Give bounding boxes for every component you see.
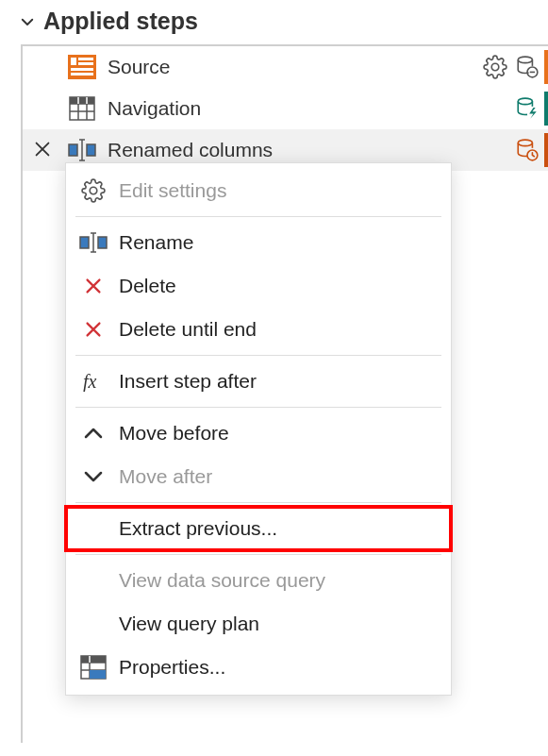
menu-label: Delete	[119, 275, 176, 297]
menu-properties[interactable]: Properties...	[66, 646, 451, 689]
svg-point-21	[518, 140, 532, 146]
db-clock-icon[interactable]	[514, 137, 540, 163]
applied-steps-header[interactable]: Applied steps	[0, 0, 548, 44]
menu-label: Delete until end	[119, 318, 257, 341]
rename-columns-icon	[68, 136, 96, 164]
step-label: Renamed columns	[108, 139, 514, 161]
chevron-down-icon	[75, 462, 111, 491]
blank-icon	[75, 566, 111, 595]
menu-move-before[interactable]: Move before	[66, 412, 451, 455]
status-indicator	[544, 50, 548, 84]
menu-label: View data source query	[119, 569, 325, 592]
menu-insert-step-after[interactable]: fx Insert step after	[66, 360, 451, 403]
svg-rect-14	[70, 97, 94, 104]
gear-icon[interactable]	[482, 54, 508, 80]
menu-view-data-source-query: View data source query	[66, 559, 451, 602]
rename-icon	[75, 228, 111, 257]
chevron-up-icon	[75, 419, 111, 447]
properties-icon	[75, 653, 111, 681]
step-actions	[514, 95, 548, 122]
delete-icon	[75, 272, 111, 300]
menu-view-query-plan[interactable]: View query plan	[66, 602, 451, 646]
svg-rect-31	[81, 656, 106, 663]
source-icon	[68, 53, 96, 81]
svg-rect-5	[71, 73, 93, 76]
table-icon	[68, 94, 96, 123]
svg-rect-24	[98, 237, 107, 248]
svg-rect-32	[90, 670, 106, 679]
svg-point-6	[518, 57, 532, 62]
menu-edit-settings: Edit settings	[66, 169, 451, 212]
menu-separator	[75, 355, 441, 356]
svg-text:fx: fx	[83, 371, 97, 392]
step-actions	[514, 137, 548, 163]
svg-rect-19	[87, 144, 95, 156]
menu-delete-until-end[interactable]: Delete until end	[66, 308, 451, 351]
panel-title: Applied steps	[43, 8, 198, 35]
menu-label: Extract previous...	[119, 517, 277, 540]
menu-separator	[75, 554, 441, 555]
menu-separator	[75, 502, 441, 503]
menu-separator	[75, 407, 441, 408]
chevron-down-icon	[19, 13, 36, 30]
menu-label: Insert step after	[119, 370, 257, 393]
step-row-navigation[interactable]: Navigation	[23, 88, 548, 129]
menu-delete[interactable]: Delete	[66, 264, 451, 308]
fx-icon: fx	[75, 367, 111, 395]
menu-label: Move before	[119, 422, 229, 445]
context-menu: Edit settings Rename Delete Delete until…	[65, 162, 452, 696]
svg-rect-23	[80, 237, 89, 248]
step-row-source[interactable]: Source	[23, 46, 548, 88]
blank-icon	[75, 514, 111, 543]
menu-label: View query plan	[119, 613, 259, 635]
gear-icon	[75, 176, 111, 205]
svg-point-17	[518, 98, 532, 105]
menu-move-after: Move after	[66, 455, 451, 498]
svg-rect-3	[78, 62, 93, 65]
svg-rect-4	[71, 68, 93, 71]
menu-extract-previous[interactable]: Extract previous...	[66, 507, 451, 550]
svg-rect-1	[71, 58, 76, 65]
svg-rect-2	[78, 58, 93, 60]
delete-step-icon[interactable]	[32, 139, 55, 161]
menu-label: Move after	[119, 465, 212, 488]
menu-separator	[75, 216, 441, 217]
blank-icon	[75, 610, 111, 638]
svg-rect-18	[69, 144, 77, 156]
step-label: Navigation	[108, 97, 514, 120]
menu-label: Properties...	[119, 656, 225, 679]
step-actions	[482, 54, 548, 80]
menu-label: Edit settings	[119, 179, 226, 202]
status-indicator	[544, 133, 548, 167]
step-label: Source	[108, 56, 482, 78]
status-indicator	[544, 92, 548, 126]
delete-icon	[75, 315, 111, 344]
menu-rename[interactable]: Rename	[66, 221, 451, 264]
db-minus-icon[interactable]	[514, 54, 540, 80]
db-lightning-icon[interactable]	[514, 95, 540, 122]
menu-label: Rename	[119, 231, 193, 254]
